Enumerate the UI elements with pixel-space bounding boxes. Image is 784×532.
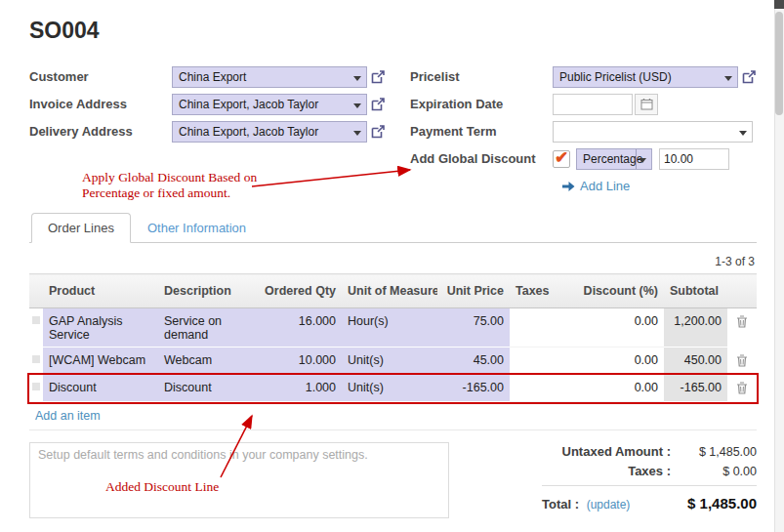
totals-panel: Untaxed Amount : $ 1,485.00 Taxes : $ 0.… <box>542 442 757 518</box>
delete-row-icon[interactable] <box>727 348 757 375</box>
open-record-icon[interactable] <box>371 98 386 111</box>
chevron-down-icon <box>639 158 646 163</box>
header-unit-of-measure[interactable]: Unit of Measure <box>342 274 437 308</box>
customer-field[interactable]: China Export <box>172 66 367 88</box>
form-left-column: Customer China Export Invoice Address Ch… <box>29 65 410 147</box>
total-value: $ 1,485.00 <box>687 495 757 512</box>
expiration-date-input[interactable] <box>553 94 633 115</box>
delivery-address-label: Delivery Address <box>29 124 172 139</box>
invoice-address-label: Invoice Address <box>29 97 172 111</box>
header-description[interactable]: Description <box>158 274 258 308</box>
header-unit-price[interactable]: Unit Price <box>437 274 510 308</box>
header-subtotal[interactable]: Subtotal <box>664 274 727 308</box>
add-an-item-link[interactable]: Add an item <box>35 409 101 423</box>
terms-conditions-input[interactable]: Setup default terms and conditions in yo… <box>29 442 449 518</box>
table-row: GAP Analysis Service Service on demand 1… <box>29 308 757 348</box>
form-right-column: Pricelist Public Pricelist (USD) Expirat… <box>410 65 757 193</box>
delete-row-icon[interactable] <box>727 375 757 402</box>
global-discount-checkbox[interactable]: ✔ <box>553 150 570 168</box>
cell-subtotal: 450.00 <box>664 348 727 375</box>
delete-row-icon[interactable] <box>727 308 757 348</box>
cell-description[interactable]: Discount <box>158 375 258 402</box>
table-row: [WCAM] Webcam Webcam 10.000 Unit(s) 45.0… <box>29 348 757 375</box>
cell-discount[interactable]: 0.00 <box>566 348 664 375</box>
delete-column-header <box>727 274 757 308</box>
invoice-address-field[interactable]: China Export, Jacob Taylor <box>172 94 367 115</box>
chevron-down-icon <box>353 103 361 108</box>
cell-unit-price[interactable]: -165.00 <box>437 375 510 402</box>
header-taxes[interactable]: Taxes <box>510 274 566 308</box>
cell-unit-of-measure[interactable]: Unit(s) <box>342 375 437 402</box>
sale-order-page: SO004 Customer China Export Invoice Addr… <box>0 0 784 518</box>
calendar-icon[interactable] <box>635 94 658 115</box>
discount-type-value: Percentage <box>583 152 642 166</box>
annotation-added-discount-line: Added Discount Line <box>105 479 219 495</box>
drag-handle <box>29 348 43 375</box>
vertical-scrollbar[interactable] <box>774 0 784 532</box>
cell-product[interactable]: Discount <box>43 375 158 402</box>
add-item-cell: Add an item <box>29 402 757 430</box>
cell-subtotal: 1,200.00 <box>664 308 727 348</box>
pricelist-value: Public Pricelist (USD) <box>559 70 672 84</box>
notebook-tabs: Order Lines Other Information <box>29 213 757 243</box>
expiration-date-label: Expiration Date <box>410 97 553 111</box>
handle-column-header <box>29 274 43 308</box>
table-row-discount: Discount Discount 1.000 Unit(s) -165.00 … <box>29 375 757 402</box>
pricelist-label: Pricelist <box>410 69 553 84</box>
cell-description[interactable]: Service on demand <box>158 308 258 348</box>
cell-ordered-qty[interactable]: 16.000 <box>258 308 342 348</box>
header-discount[interactable]: Discount (%) <box>566 274 664 308</box>
cell-description[interactable]: Webcam <box>158 348 258 375</box>
chevron-down-icon <box>353 76 361 81</box>
taxes-label: Taxes : <box>542 464 671 478</box>
cell-product[interactable]: [WCAM] Webcam <box>43 348 158 375</box>
order-lines-table: Product Description Ordered Qty Unit of … <box>29 273 757 430</box>
pricelist-field[interactable]: Public Pricelist (USD) <box>553 66 738 88</box>
discount-type-select[interactable]: Percentage <box>576 148 652 170</box>
add-line-button[interactable]: Add Line <box>562 179 757 193</box>
payment-term-label: Payment Term <box>410 124 553 139</box>
header-ordered-qty[interactable]: Ordered Qty <box>258 274 342 308</box>
global-discount-label: Add Global Discount <box>410 151 553 166</box>
cell-unit-price[interactable]: 75.00 <box>437 308 510 348</box>
tab-order-lines[interactable]: Order Lines <box>31 213 131 243</box>
pager: 1-3 of 3 <box>29 255 755 268</box>
open-record-icon[interactable] <box>371 70 386 84</box>
invoice-address-value: China Export, Jacob Taylor <box>179 98 318 111</box>
cell-discount[interactable]: 0.00 <box>566 308 664 348</box>
annotation-global-discount: Apply Global Discount Based on Percentag… <box>82 170 257 201</box>
delivery-address-field[interactable]: China Export, Jacob Taylor <box>172 121 367 143</box>
untaxed-amount-value: $ 1,485.00 <box>671 445 757 459</box>
scrollbar-thumb[interactable] <box>775 12 783 115</box>
cell-discount[interactable]: 0.00 <box>566 375 664 402</box>
cell-unit-of-measure[interactable]: Hour(s) <box>342 308 437 348</box>
drag-handle <box>29 308 43 348</box>
checkmark-icon: ✔ <box>555 147 568 168</box>
page-title: SO004 <box>29 18 757 44</box>
cell-unit-of-measure[interactable]: Unit(s) <box>342 348 437 375</box>
payment-term-field[interactable] <box>553 121 753 143</box>
discount-amount-input[interactable] <box>659 148 729 170</box>
cell-unit-price[interactable]: 45.00 <box>437 348 510 375</box>
cell-subtotal: -165.00 <box>664 375 727 402</box>
open-record-icon[interactable] <box>742 70 757 84</box>
cell-ordered-qty[interactable]: 10.000 <box>258 348 342 375</box>
add-line-label: Add Line <box>580 179 630 193</box>
cell-product[interactable]: GAP Analysis Service <box>43 308 158 348</box>
taxes-value: $ 0.00 <box>671 465 757 478</box>
scrollbar-corner <box>774 0 784 9</box>
untaxed-amount-label: Untaxed Amount : <box>542 444 671 459</box>
chevron-down-icon <box>724 76 732 81</box>
cell-ordered-qty[interactable]: 1.000 <box>258 375 342 402</box>
update-total-link[interactable]: (update) <box>587 498 631 512</box>
arrow-right-icon <box>562 181 575 192</box>
open-record-icon[interactable] <box>371 125 386 139</box>
header-product[interactable]: Product <box>43 274 158 308</box>
total-label: Total : <box>542 497 579 512</box>
customer-value: China Export <box>179 70 246 84</box>
cell-taxes[interactable] <box>510 348 566 375</box>
table-header-row: Product Description Ordered Qty Unit of … <box>29 274 757 308</box>
tab-other-information[interactable]: Other Information <box>131 213 263 243</box>
cell-taxes[interactable] <box>510 375 566 402</box>
cell-taxes[interactable] <box>510 308 566 348</box>
